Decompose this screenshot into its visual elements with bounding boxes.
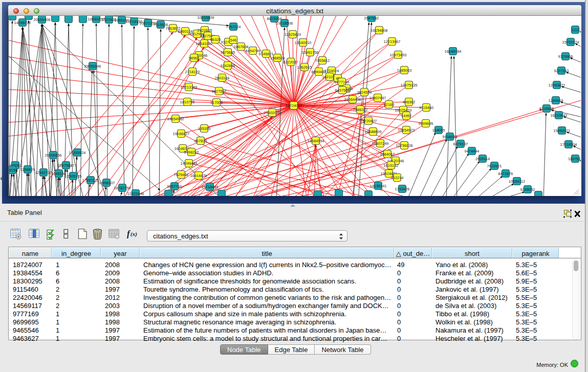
svg-text:20691406: 20691406 (34, 17, 51, 22)
svg-text:9115460: 9115460 (419, 105, 433, 110)
svg-text:19654923: 19654923 (398, 128, 415, 133)
svg-text:1588520: 1588520 (270, 56, 285, 60)
svg-text:14957: 14957 (401, 114, 412, 118)
svg-text:18807249: 18807249 (372, 141, 389, 146)
svg-text:17353924: 17353924 (69, 150, 86, 155)
svg-text:7986322: 7986322 (353, 107, 368, 112)
svg-text:17016504: 17016504 (560, 142, 577, 147)
svg-text:252214: 252214 (391, 176, 404, 180)
svg-text:39154: 39154 (9, 168, 17, 172)
svg-text:21364436: 21364436 (344, 97, 361, 102)
svg-text:15720407: 15720407 (360, 119, 377, 123)
svg-text:10033809: 10033809 (198, 16, 214, 20)
svg-text:10688609: 10688609 (365, 129, 382, 134)
svg-text:9684067: 9684067 (380, 152, 395, 157)
svg-text:10654112: 10654112 (509, 179, 525, 184)
svg-text:16914479: 16914479 (190, 173, 207, 178)
svg-text:12975135: 12975135 (401, 83, 418, 87)
svg-text:1112: 1112 (571, 28, 579, 32)
svg-text:164095: 164095 (432, 128, 445, 133)
svg-text:86328: 86328 (210, 37, 221, 42)
svg-text:12213967: 12213967 (384, 39, 401, 44)
svg-text:867832: 867832 (194, 139, 207, 143)
svg-text:15692971: 15692971 (554, 128, 571, 133)
svg-text:3624554: 3624554 (357, 90, 372, 95)
svg-text:19384554: 19384554 (308, 139, 324, 143)
svg-text:12923446: 12923446 (127, 191, 144, 196)
svg-text:8322037: 8322037 (284, 60, 298, 64)
svg-text:10807487: 10807487 (369, 96, 386, 100)
svg-text:9827552: 9827552 (212, 89, 227, 94)
svg-text:29053346: 29053346 (84, 64, 101, 69)
svg-text:10973493: 10973493 (390, 53, 407, 57)
svg-text:19166827: 19166827 (173, 132, 190, 136)
svg-text:8471676: 8471676 (498, 171, 513, 176)
svg-text:16154808: 16154808 (371, 28, 388, 33)
svg-text:2718170: 2718170 (185, 70, 200, 74)
svg-text:8215955: 8215955 (539, 106, 554, 111)
svg-text:13640910: 13640910 (295, 40, 312, 45)
svg-text:8813054: 8813054 (267, 16, 282, 21)
svg-text:(x): (x) (130, 231, 137, 237)
svg-text:9777169: 9777169 (335, 80, 350, 84)
svg-text:12942737: 12942737 (35, 170, 52, 175)
svg-text:6497568: 6497568 (335, 88, 350, 93)
svg-text:446362: 446362 (403, 100, 416, 104)
svg-text:98967: 98967 (189, 56, 200, 60)
svg-text:62160: 62160 (384, 102, 395, 107)
svg-text:16210643: 16210643 (551, 113, 568, 118)
svg-text:1167533: 1167533 (568, 157, 581, 161)
svg-text:3675685: 3675685 (221, 50, 235, 55)
svg-text:10961758: 10961758 (302, 50, 319, 55)
svg-text:14099489: 14099489 (181, 161, 198, 166)
svg-text:1145194: 1145194 (52, 171, 66, 176)
svg-text:2687682: 2687682 (364, 16, 379, 20)
svg-text:7485063: 7485063 (397, 68, 412, 73)
svg-text:5498222: 5498222 (184, 150, 199, 155)
svg-text:11325419: 11325419 (285, 32, 301, 37)
svg-text:7955812: 7955812 (315, 58, 330, 63)
svg-text:546: 546 (230, 38, 236, 42)
svg-text:19218506: 19218506 (276, 21, 293, 26)
svg-text:9242848: 9242848 (221, 63, 235, 68)
svg-text:9245052: 9245052 (520, 187, 535, 192)
svg-text:7625402: 7625402 (174, 172, 189, 177)
svg-text:1244419: 1244419 (549, 98, 563, 103)
svg-text:6479197: 6479197 (453, 142, 468, 146)
svg-text:20206556: 20206556 (45, 153, 62, 158)
svg-text:16543362: 16543362 (196, 41, 213, 46)
svg-text:1733426: 1733426 (395, 187, 410, 191)
svg-text:1156829: 1156829 (20, 167, 35, 172)
svg-text:2935114: 2935114 (475, 157, 490, 161)
svg-text:7357224: 7357224 (226, 25, 241, 29)
svg-text:9857791: 9857791 (167, 184, 182, 189)
svg-text:15716485: 15716485 (202, 185, 219, 189)
svg-text:12505135: 12505135 (65, 174, 82, 179)
svg-text:18724007: 18724007 (286, 103, 302, 108)
svg-text:1362615: 1362615 (297, 65, 312, 70)
svg-text:7632621: 7632621 (487, 164, 502, 168)
svg-text:2603144: 2603144 (215, 76, 230, 80)
svg-text:20975887: 20975887 (58, 163, 75, 168)
svg-text:9474444: 9474444 (465, 149, 480, 154)
svg-text:12093872: 12093872 (549, 83, 565, 87)
svg-text:10756928: 10756928 (396, 143, 413, 148)
svg-text:1615132: 1615132 (384, 163, 399, 168)
svg-text:5938923: 5938923 (443, 135, 458, 139)
svg-text:25302035: 25302035 (264, 111, 281, 115)
svg-text:16782759: 16782759 (114, 186, 131, 190)
svg-text:10958107: 10958107 (98, 181, 115, 185)
svg-text:8454749: 8454749 (246, 49, 260, 53)
svg-text:317006: 317006 (210, 100, 223, 105)
svg-text:9227343: 9227343 (554, 69, 569, 73)
svg-text:12213369: 12213369 (181, 85, 198, 90)
svg-text:14055712: 14055712 (14, 20, 31, 25)
svg-text:9734024: 9734024 (324, 69, 339, 73)
svg-text:16648784: 16648784 (445, 49, 462, 54)
svg-text:15751074: 15751074 (562, 40, 579, 45)
svg-text:17957225: 17957225 (82, 178, 99, 183)
svg-text:9329966: 9329966 (558, 54, 573, 59)
svg-text:14136141: 14136141 (370, 184, 387, 188)
svg-text:9699695: 9699695 (419, 121, 433, 126)
svg-text:135359: 135359 (198, 126, 211, 131)
